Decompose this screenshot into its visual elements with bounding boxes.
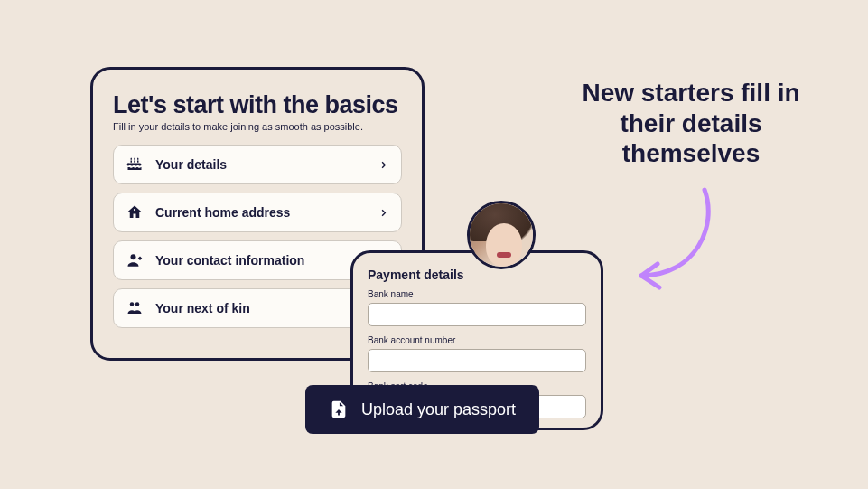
upload-label: Upload your passport	[361, 400, 516, 419]
contact-icon	[126, 252, 143, 268]
bank-name-input[interactable]	[368, 303, 586, 326]
kin-icon	[126, 300, 143, 316]
headline-text: New starters fill in their details thems…	[560, 78, 822, 169]
field-label: Bank account number	[368, 335, 586, 345]
svg-point-0	[131, 254, 136, 259]
field-label: Bank name	[368, 289, 586, 299]
avatar	[467, 201, 536, 269]
row-label: Your details	[155, 157, 366, 172]
svg-point-1	[130, 302, 135, 306]
upload-file-icon	[329, 400, 349, 419]
upload-passport-button[interactable]: Upload your passport	[305, 385, 539, 434]
basics-subtitle: Fill in your details to make joining as …	[113, 121, 402, 132]
chevron-right-icon	[378, 208, 388, 218]
arrow-illustration	[614, 181, 750, 298]
row-label: Your contact information	[155, 253, 366, 268]
basics-heading: Let's start with the basics	[113, 91, 402, 119]
row-label: Current home address	[155, 205, 366, 220]
payment-heading: Payment details	[368, 268, 586, 282]
svg-point-2	[135, 302, 140, 306]
cake-icon	[126, 156, 143, 173]
bank-account-input[interactable]	[368, 349, 586, 372]
row-address[interactable]: Current home address	[113, 193, 402, 232]
row-your-details[interactable]: Your details	[113, 145, 402, 184]
chevron-right-icon	[378, 160, 388, 170]
home-icon	[126, 204, 143, 221]
